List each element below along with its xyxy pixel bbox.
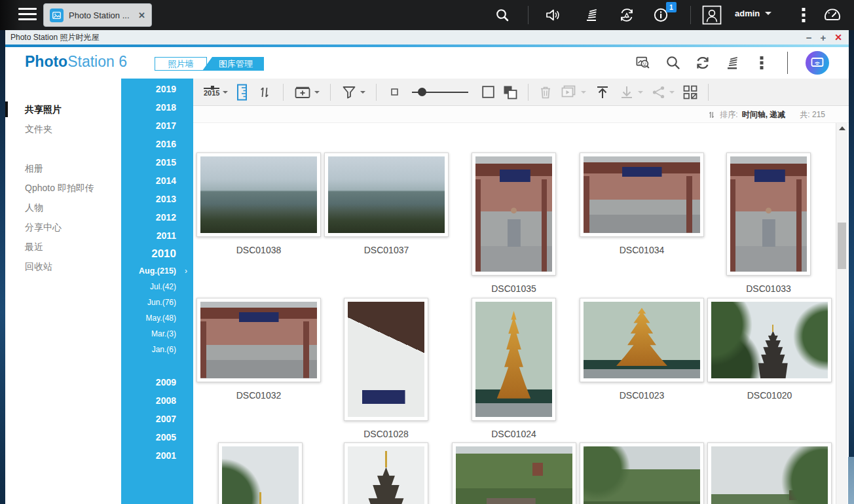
menu-icon[interactable] (18, 8, 37, 22)
photo-thumbnail-DSC01032[interactable] (196, 298, 321, 382)
timeline-year-2009[interactable]: 2009 (121, 373, 193, 391)
minimize-button[interactable]: − (806, 33, 812, 43)
sync-icon[interactable] (617, 5, 637, 25)
sidebar-item-3[interactable]: Qphoto 即拍即传 (5, 178, 121, 198)
timeline-month-4[interactable]: Mar.(3) (121, 326, 193, 342)
sidebar-item-6[interactable]: 最近 (5, 237, 121, 257)
timeline-month-1[interactable]: Jul.(42) (121, 279, 193, 295)
close-button[interactable]: ✕ (834, 33, 842, 42)
sidebar-item-2[interactable]: 相册 (5, 158, 121, 178)
maximize-button[interactable]: + (821, 33, 826, 43)
download-icon[interactable] (619, 83, 643, 101)
window-titlebar[interactable]: Photo Station 照片时光屋 − + ✕ (5, 30, 849, 45)
photo-thumbnail-row3-13[interactable] (580, 442, 704, 504)
timeline-year-2012[interactable]: 2012 (121, 208, 193, 226)
search-icon[interactable] (665, 55, 681, 71)
sidebar-item-5[interactable]: 分享中心 (5, 217, 121, 237)
photo-thumbnail-DSC01038[interactable] (196, 153, 321, 237)
thumbnail-small-icon[interactable] (391, 83, 398, 101)
photo-thumbnail-DSC01024[interactable] (472, 298, 556, 421)
more-options-icon[interactable] (794, 5, 813, 25)
scrollbar-thumb[interactable] (838, 223, 846, 269)
timeline-view-icon[interactable] (236, 83, 248, 101)
photo-thumbnail-DSC01020[interactable] (707, 298, 832, 382)
sidebar-item-0[interactable]: 共享照片 (5, 99, 121, 119)
filter-icon[interactable] (341, 83, 365, 101)
thumbnail-large-icon[interactable] (482, 83, 494, 101)
tab-gallery-management[interactable]: 图库管理 (202, 57, 264, 71)
photo-thumbnail-row3-11[interactable] (344, 442, 428, 504)
multi-select-icon[interactable] (503, 83, 517, 101)
toolbar-divider (708, 84, 709, 101)
sidebar-item-7[interactable]: 回收站 (5, 257, 121, 276)
timeline-year-2008[interactable]: 2008 (121, 391, 193, 410)
sort-value[interactable]: 时间轴, 递减 (742, 109, 786, 120)
caret-down-icon (223, 91, 228, 94)
size-slider[interactable] (412, 83, 468, 101)
tasks-icon[interactable] (724, 55, 740, 71)
timeline-month-2[interactable]: Jun.(76) (121, 295, 193, 310)
slider-knob[interactable] (418, 88, 426, 96)
sort-icon[interactable] (257, 83, 272, 101)
close-tab-icon[interactable]: ✕ (138, 10, 145, 20)
sidebar-item-1[interactable]: 文件夹 (5, 119, 121, 139)
toolbar-divider (528, 84, 529, 101)
timeline-month-5[interactable]: Jan.(6) (121, 342, 193, 357)
qr-grid-icon[interactable] (683, 83, 697, 101)
resource-monitor-icon[interactable] (823, 5, 842, 25)
timeline-year-2016[interactable]: 2016 (121, 135, 193, 153)
photo-thumbnail-DSC01035[interactable] (472, 153, 556, 276)
photo-image (348, 446, 424, 504)
window-title: Photo Station 照片时光屋 (10, 32, 99, 43)
timeline-year-2007[interactable]: 2007 (121, 410, 193, 428)
timeline-month-3[interactable]: May.(48) (121, 310, 193, 326)
sidebar-item-4[interactable]: 人物 (5, 198, 121, 217)
timeline-month-0[interactable]: Aug.(215)› (121, 263, 193, 279)
photo-grid: DSC01038DSC01037DSC01035DSC01034DSC01033… (193, 123, 836, 504)
refresh-icon[interactable] (695, 55, 711, 71)
share-icon[interactable] (652, 83, 675, 101)
photo-image (200, 302, 317, 378)
photo-thumbnail-DSC01034[interactable] (580, 153, 704, 237)
timeline-year-2010[interactable]: 2010 (121, 245, 193, 263)
delete-icon[interactable] (539, 83, 552, 101)
timeline-scale-button[interactable]: 2015 (204, 83, 228, 101)
search-icon[interactable] (492, 5, 512, 25)
timeline-year-2017[interactable]: 2017 (121, 117, 193, 135)
timeline-year-2011[interactable]: 2011 (121, 226, 193, 245)
photo-thumbnail-row3-12[interactable] (452, 442, 576, 504)
photo-thumbnail-row3-14[interactable] (707, 442, 832, 504)
background-tasks-icon[interactable] (582, 5, 601, 25)
photo-thumbnail-DSC01033[interactable] (726, 153, 811, 276)
notifications-icon[interactable]: 1 (651, 5, 671, 25)
more-icon[interactable] (754, 55, 770, 71)
timeline-year-2014[interactable]: 2014 (121, 171, 193, 190)
taskbar-divider (528, 6, 529, 24)
tab-photo-wall[interactable]: 照片墙 (155, 57, 207, 71)
sort-order-icon (707, 111, 716, 119)
photo-thumbnail-DSC01037[interactable] (324, 153, 449, 237)
scroll-up-icon[interactable] (839, 126, 845, 130)
timeline-year-2018[interactable]: 2018 (121, 98, 193, 117)
app-tab[interactable]: Photo Station ... ✕ (43, 3, 152, 27)
timeline-year-2019[interactable]: 2019 (121, 80, 193, 98)
user-avatar-icon[interactable] (702, 5, 722, 25)
timeline-year-2005[interactable]: 2005 (121, 428, 193, 446)
add-album-icon[interactable] (294, 83, 320, 101)
photo-thumbnail-DSC01028[interactable] (344, 298, 428, 421)
header-divider (787, 52, 788, 74)
slideshow-icon[interactable] (561, 83, 586, 101)
instant-viewer-icon[interactable] (636, 55, 652, 71)
cast-icon[interactable] (806, 51, 829, 75)
timeline-year-2013[interactable]: 2013 (121, 190, 193, 208)
photo-label: DSC01024 (472, 429, 556, 439)
user-menu[interactable]: admin (735, 9, 771, 18)
photo-thumbnail-DSC01023[interactable] (580, 298, 704, 382)
timeline-year-2001[interactable]: 2001 (121, 446, 193, 465)
vertical-scrollbar[interactable] (836, 123, 847, 504)
photo-image (328, 156, 445, 233)
volume-icon[interactable] (544, 5, 563, 25)
timeline-year-2015[interactable]: 2015 (121, 153, 193, 171)
photo-thumbnail-row3-10[interactable] (218, 442, 303, 504)
upload-icon[interactable] (595, 83, 610, 101)
